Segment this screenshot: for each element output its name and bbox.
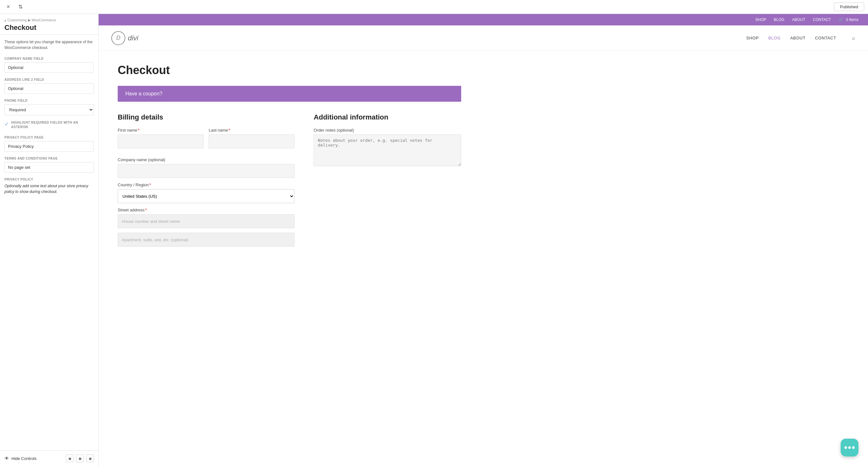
bottom-icons: ▣ ▣ ▣ xyxy=(66,455,94,462)
top-nav-blog[interactable]: BLOG xyxy=(774,18,784,22)
admin-bar: × ⇅ Published xyxy=(0,0,868,14)
sidebar-title: Checkout xyxy=(4,24,94,32)
breadcrumb-separator: ▶ xyxy=(28,18,31,22)
hide-controls-label: Hide Controls xyxy=(11,456,37,461)
last-name-group: Last name* xyxy=(209,128,294,148)
street-address-label: Street address* xyxy=(118,207,294,212)
main-nav-shop[interactable]: SHOP xyxy=(746,36,758,40)
chat-dots xyxy=(844,446,855,449)
breadcrumb-woocommerce: WooCommerce xyxy=(32,18,56,22)
coupon-banner[interactable]: Have a coupon? xyxy=(118,86,461,102)
bottom-icon-1[interactable]: ▣ xyxy=(66,455,73,462)
chat-dot-3 xyxy=(852,446,855,449)
first-name-label: First name* xyxy=(118,128,204,133)
eye-icon: 👁 xyxy=(4,456,9,461)
highlight-required-label: HIGHLIGHT REQUIRED FIELDS WITH AN ASTERI… xyxy=(11,121,94,129)
street-address2-input[interactable]: Apartment, suite, unit, etc. (optional) xyxy=(118,233,294,247)
breadcrumb: Customizing ▶ WooCommerce xyxy=(7,18,56,22)
order-notes-label: Order notes (optional) xyxy=(314,128,461,133)
sidebar-description: These options let you change the appeara… xyxy=(0,35,98,54)
privacy-policy-page-input[interactable] xyxy=(4,141,94,152)
main-layout: ‹ Customizing ▶ WooCommerce Checkout The… xyxy=(0,14,868,466)
check-icon: ✓ xyxy=(4,121,8,127)
cart-icon: 🛒 xyxy=(839,17,844,22)
company-name-group: Company name (optional) xyxy=(118,157,294,178)
chat-dot-2 xyxy=(848,446,851,449)
site-top-bar: SHOP BLOG ABOUT CONTACT 🛒 0 Items xyxy=(99,14,868,26)
checkout-title: Checkout xyxy=(118,64,461,77)
order-notes-textarea[interactable] xyxy=(314,134,461,166)
privacy-policy-section: PRIVACY POLICY Optionally add some text … xyxy=(0,174,98,196)
privacy-policy-page-label: PRIVACY POLICY PAGE xyxy=(4,136,94,139)
main-nav-about[interactable]: ABOUT xyxy=(790,36,806,40)
phone-field-label: PHONE FIELD xyxy=(4,99,94,102)
address-line2-field-section: ADDRESS LINE 2 FIELD xyxy=(0,75,98,96)
privacy-policy-text: Optionally add some text about your stor… xyxy=(4,183,94,195)
street-address-placeholder: House number and street name xyxy=(122,219,180,224)
breadcrumb-customizing: Customizing xyxy=(7,18,27,22)
close-icon[interactable]: × xyxy=(4,3,13,11)
first-name-input[interactable] xyxy=(118,134,204,148)
cart-area[interactable]: 🛒 0 Items xyxy=(839,17,859,22)
main-nav-blog[interactable]: BLOG xyxy=(769,36,781,40)
billing-section: Billing details First name* Last name* xyxy=(118,113,294,251)
top-nav-shop[interactable]: SHOP xyxy=(755,18,766,22)
back-icon[interactable]: ‹ xyxy=(4,18,6,24)
first-name-group: First name* xyxy=(118,128,204,148)
company-name-field-label: COMPANY NAME FIELD xyxy=(4,57,94,60)
last-name-input[interactable] xyxy=(209,134,294,148)
terms-conditions-page-label: TERMS AND CONDITIONS PAGE xyxy=(4,157,94,160)
terms-conditions-page-section: TERMS AND CONDITIONS PAGE xyxy=(0,154,98,174)
site-main-nav: D divi SHOP BLOG ABOUT CONTACT ⌕ xyxy=(99,26,868,51)
address-line2-field-input[interactable] xyxy=(4,83,94,94)
company-name-input[interactable] xyxy=(118,164,294,178)
chat-dot-1 xyxy=(844,446,847,449)
cart-label: 0 Items xyxy=(846,18,859,22)
checkout-columns: Billing details First name* Last name* xyxy=(118,113,461,251)
phone-field-select[interactable]: Required Optional Hidden xyxy=(4,104,94,115)
preview-area: SHOP BLOG ABOUT CONTACT 🛒 0 Items D divi… xyxy=(99,14,868,466)
company-name-field-input[interactable] xyxy=(4,62,94,73)
swap-icon[interactable]: ⇅ xyxy=(16,3,25,11)
published-button[interactable]: Published xyxy=(834,3,864,11)
privacy-policy-page-section: PRIVACY POLICY PAGE xyxy=(0,133,98,154)
phone-field-section: PHONE FIELD Required Optional Hidden xyxy=(0,96,98,117)
additional-heading: Additional information xyxy=(314,113,461,122)
terms-conditions-page-input[interactable] xyxy=(4,162,94,173)
top-nav-contact[interactable]: CONTACT xyxy=(813,18,831,22)
company-name-field-section: COMPANY NAME FIELD xyxy=(0,54,98,75)
company-name-label: Company name (optional) xyxy=(118,157,294,162)
main-nav-contact[interactable]: CONTACT xyxy=(815,36,836,40)
main-nav-links: SHOP BLOG ABOUT CONTACT ⌕ xyxy=(746,35,855,41)
country-region-label: Country / Region* xyxy=(118,182,294,187)
name-row: First name* Last name* xyxy=(118,128,294,153)
street-address2-group: Apartment, suite, unit, etc. (optional) xyxy=(118,233,294,247)
sidebar-bottom-bar[interactable]: 👁 Hide Controls ▣ ▣ ▣ xyxy=(0,451,98,466)
highlight-required-row[interactable]: ✓ HIGHLIGHT REQUIRED FIELDS WITH AN ASTE… xyxy=(0,117,98,133)
country-region-group: Country / Region* United States (US) Uni… xyxy=(118,182,294,203)
street-address-group: Street address* House number and street … xyxy=(118,207,294,228)
last-name-label: Last name* xyxy=(209,128,294,133)
street-address2-placeholder: Apartment, suite, unit, etc. (optional) xyxy=(122,237,188,242)
country-region-select[interactable]: United States (US) United Kingdom Canada… xyxy=(118,189,294,203)
top-nav-about[interactable]: ABOUT xyxy=(792,18,805,22)
bottom-icon-2[interactable]: ▣ xyxy=(76,455,84,462)
sidebar-header: ‹ Customizing ▶ WooCommerce Checkout xyxy=(0,14,98,35)
bottom-icon-3[interactable]: ▣ xyxy=(86,455,94,462)
additional-section: Additional information Order notes (opti… xyxy=(314,113,461,251)
chat-bubble[interactable] xyxy=(841,439,859,457)
billing-heading: Billing details xyxy=(118,113,294,122)
order-notes-group: Order notes (optional) xyxy=(314,128,461,166)
privacy-policy-section-label: PRIVACY POLICY xyxy=(4,178,94,181)
logo-text: divi xyxy=(128,34,138,42)
checkout-content: Checkout Have a coupon? Billing details … xyxy=(99,51,480,264)
search-icon[interactable]: ⌕ xyxy=(852,35,855,41)
logo-circle: D xyxy=(111,31,125,45)
site-logo: D divi xyxy=(111,31,138,45)
address-line2-field-label: ADDRESS LINE 2 FIELD xyxy=(4,78,94,81)
sidebar: ‹ Customizing ▶ WooCommerce Checkout The… xyxy=(0,14,99,466)
street-address-input[interactable]: House number and street name xyxy=(118,214,294,228)
